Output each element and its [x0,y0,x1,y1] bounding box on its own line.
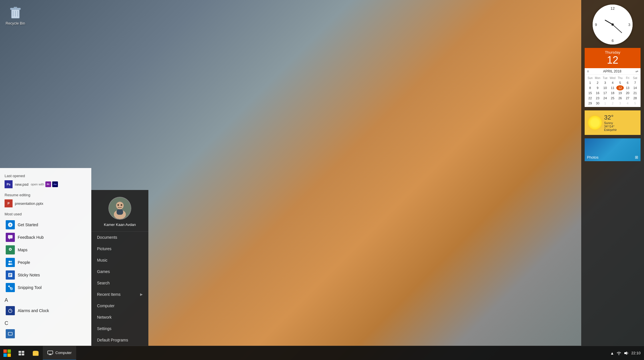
cal-cell-15[interactable]: 15 [586,90,594,96]
svg-rect-35 [7,353,11,357]
resume-file[interactable]: P presentation.pptx [5,199,87,207]
app-item-placeholder-c[interactable] [5,327,87,340]
cal-cell-14[interactable]: 14 [631,85,639,90]
calendar-widget[interactable]: Thursday 12 ≡ APRIL 2018 ⇌ Sun Mon Tue W… [585,48,641,107]
cal-cell-10[interactable]: 10 [601,85,609,90]
cal-cell-next-1[interactable]: 1 [601,101,609,106]
svg-rect-33 [7,349,11,353]
svg-marker-44 [624,351,627,355]
cal-cell-18[interactable]: 18 [609,90,616,96]
cal-dow-mon: Mon [594,76,601,80]
cal-cell-9[interactable]: 9 [594,85,601,90]
cal-cell-1[interactable]: 1 [586,80,594,85]
menu-item-computer[interactable]: Computer [91,300,148,312]
photos-widget[interactable]: Photos ⊞ [585,138,641,161]
app-item-people[interactable]: People [5,256,87,269]
weather-widget[interactable]: 32° Sunny 34°/14° Eskişehir [585,110,641,135]
cal-cell-next-2[interactable]: 2 [609,101,616,106]
cal-cell-21[interactable]: 21 [631,90,639,96]
calendar-day-num: 12 [588,54,638,66]
cal-cell-30[interactable]: 30 [594,101,601,106]
cal-cell-4[interactable]: 4 [609,80,616,85]
app-item-feedback-hub[interactable]: Feedback Hub [5,231,87,244]
recycle-bin-icon [7,4,23,20]
cal-cell-next-5[interactable]: 5 [631,101,639,106]
cal-dow-sun: Sun [586,76,594,80]
recycle-bin[interactable]: Recycle Bin [4,4,27,25]
menu-item-recent-items[interactable]: Recent Items ▶ [91,289,148,300]
cal-dow-wed: Wed [609,76,616,80]
calendar-dow-row: Sun Mon Tue Wed Thu Fri Sat [586,76,639,80]
clock-n6: 6 [611,39,613,43]
cal-cell-13[interactable]: 13 [624,85,631,90]
cal-cell-17[interactable]: 17 [601,90,609,96]
cal-cell-26[interactable]: 26 [616,96,624,101]
app-item-snipping-tool[interactable]: Snipping Tool [5,281,87,294]
cal-cell-12-today[interactable]: 12 [616,85,624,90]
ppt-icon: P [5,199,13,207]
cal-cell-2[interactable]: 2 [594,80,601,85]
app-item-alarms[interactable]: Alarms and Clock [5,304,87,317]
cal-cell-29[interactable]: 29 [586,101,594,106]
taskbar-arrow-icon[interactable]: ▲ [610,351,614,355]
calendar-prev[interactable]: ≡ [587,69,589,73]
menu-item-settings[interactable]: Settings [91,323,148,334]
file2-name: presentation.pptx [15,201,43,206]
svg-rect-41 [48,351,53,354]
menu-item-search[interactable]: Search [91,277,148,289]
cal-cell-5[interactable]: 5 [616,80,624,85]
svg-point-26 [116,202,124,209]
cal-cell-16[interactable]: 16 [594,90,601,96]
user-avatar[interactable] [108,197,131,220]
cal-cell-25[interactable]: 25 [609,96,616,101]
maps-label: Maps [18,248,27,252]
sticky-notes-icon [6,270,15,280]
cal-cell-22[interactable]: 22 [586,96,594,101]
app-item-maps[interactable]: Maps [5,244,87,256]
menu-item-documents[interactable]: Documents [91,232,148,243]
clock-face: 12 3 6 9 [593,5,633,45]
calendar-month-header: ≡ APRIL 2018 ⇌ [585,68,641,75]
last-opened-file[interactable]: Ps new.psd open with Pr Ae [5,180,87,188]
weather-desc: Sunny [604,121,617,125]
cal-dow-tue: Tue [601,76,609,80]
menu-item-pictures[interactable]: Pictures [91,243,148,254]
svg-point-13 [10,261,12,262]
user-avatar-image [109,197,131,219]
cal-cell-7[interactable]: 7 [631,80,639,85]
svg-point-29 [117,204,119,206]
svg-rect-24 [8,332,12,335]
app-item-get-started[interactable]: ✦ Get Started [5,219,87,231]
task-view-button[interactable] [14,346,29,360]
svg-point-12 [9,261,10,262]
svg-rect-36 [19,351,21,353]
cal-cell-next-3[interactable]: 3 [616,101,624,106]
cal-cell-28[interactable]: 28 [631,96,639,101]
app-item-sticky-notes[interactable]: Sticky Notes [5,269,87,281]
cal-cell-24[interactable]: 24 [601,96,609,101]
most-used-section: Most used ✦ Get Started Feedback Hub Map… [5,212,87,294]
cal-cell-27[interactable]: 27 [624,96,631,101]
menu-item-network[interactable]: Network [91,312,148,323]
cal-cell-6[interactable]: 6 [624,80,631,85]
file-explorer-button[interactable] [29,346,43,360]
menu-item-games[interactable]: Games [91,266,148,277]
start-button[interactable] [0,346,14,360]
cal-cell-20[interactable]: 20 [624,90,631,96]
cal-dow-fri: Fri [624,76,631,80]
ps-icon: Ps [5,180,13,188]
calendar-next[interactable]: ⇌ [635,69,638,73]
cal-cell-19[interactable]: 19 [616,90,624,96]
cal-cell-next-4[interactable]: 4 [624,101,631,106]
cal-cell-8[interactable]: 8 [586,85,594,90]
menu-item-default-programs[interactable]: Default Programs [91,334,148,346]
cal-cell-3[interactable]: 3 [601,80,609,85]
menu-item-music[interactable]: Music [91,254,148,266]
people-label: People [18,260,30,265]
cal-cell-23[interactable]: 23 [594,96,601,101]
cal-cell-11[interactable]: 11 [609,85,616,90]
svg-rect-8 [8,235,13,238]
taskbar-app-computer[interactable]: Computer [43,346,76,360]
svg-rect-32 [3,349,7,353]
get-started-label: Get Started [18,223,38,227]
